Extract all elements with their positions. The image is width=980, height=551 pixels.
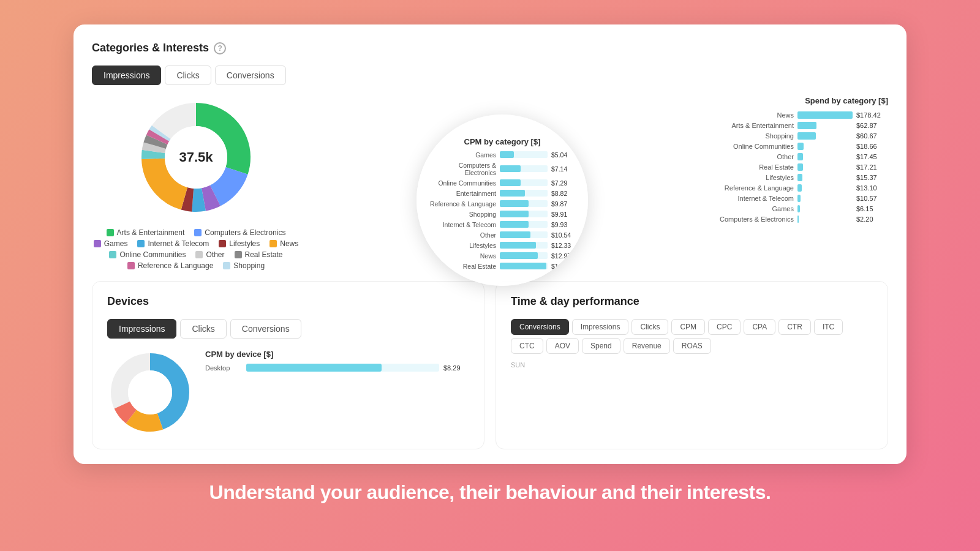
time-tab-ctc[interactable]: CTC <box>511 338 543 354</box>
mag-label-other: Other <box>429 231 496 239</box>
mag-label-reference: Reference & Language <box>429 200 496 208</box>
time-tab-revenue[interactable]: Revenue <box>624 338 670 354</box>
time-tab-group: Conversions Impressions Clicks CPM CPC C… <box>511 319 873 354</box>
legend-label-news: News <box>280 239 298 248</box>
time-tab-cpa[interactable]: CPA <box>744 319 775 335</box>
spend-row-online: Online Communities $18.66 <box>717 143 888 150</box>
devices-tab-group: Impressions Clicks Conversions <box>107 319 469 339</box>
spend-label-shopping: Shopping <box>717 132 794 140</box>
spend-value-arts: $62.87 <box>856 122 888 129</box>
mag-row-reference: Reference & Language $9.87 <box>429 200 576 208</box>
mag-value-online: $7.29 <box>551 179 576 187</box>
time-tab-conversions[interactable]: Conversions <box>511 319 569 335</box>
mag-row-shopping: Shopping $9.91 <box>429 211 576 218</box>
legend-label-arts: Arts & Entertainment <box>117 228 185 237</box>
mag-label-games: Games <box>429 151 496 159</box>
spend-label-other: Other <box>717 153 794 160</box>
help-icon[interactable]: ? <box>214 42 226 54</box>
mag-label-shopping: Shopping <box>429 211 496 218</box>
time-tab-roas[interactable]: ROAS <box>673 338 711 354</box>
legend-item-arts: Arts & Entertainment <box>107 228 185 237</box>
legend-item-realestate: Real Estate <box>235 250 283 259</box>
bottom-row: Devices Impressions Clicks Conversions <box>92 281 888 449</box>
spend-row-reference: Reference & Language $13.10 <box>717 184 888 192</box>
tab-clicks[interactable]: Clicks <box>165 66 211 85</box>
mag-label-computers: Computers & Electronics <box>429 162 496 176</box>
legend-label-internet: Internet & Telecom <box>148 239 209 248</box>
spend-value-reference: $13.10 <box>856 184 888 192</box>
legend-label-computers: Computers & Electronics <box>205 228 285 237</box>
device-cpm-title: CPM by device [$] <box>205 350 469 359</box>
mag-row-online: Online Communities $7.29 <box>429 179 576 187</box>
tab-impressions[interactable]: Impressions <box>92 66 161 85</box>
spend-row-arts: Arts & Entertainment $62.87 <box>717 122 888 129</box>
spend-label-games: Games <box>717 205 794 212</box>
spend-value-computers: $2.20 <box>856 216 888 223</box>
magnifier-rows: Games $5.04 Computers & Electronics $7.1… <box>429 151 576 270</box>
mag-row-lifestyles: Lifestyles $12.33 <box>429 242 576 249</box>
time-tab-aov[interactable]: AOV <box>546 338 579 354</box>
legend-label-lifestyles: Lifestyles <box>229 239 260 248</box>
time-tab-itc[interactable]: ITC <box>814 319 843 335</box>
dev-label-desktop: Desktop <box>205 364 242 372</box>
time-tab-ctr[interactable]: CTR <box>778 319 811 335</box>
time-tab-clicks[interactable]: Clicks <box>631 319 668 335</box>
time-tab-spend[interactable]: Spend <box>582 338 620 354</box>
devices-panel: Devices Impressions Clicks Conversions <box>92 281 484 449</box>
legend-label-shopping: Shopping <box>233 261 265 270</box>
mag-value-entertainment: $8.82 <box>551 190 576 197</box>
spend-row-lifestyles: Lifestyles $15.37 <box>717 174 888 181</box>
legend-label-online: Online Communities <box>119 250 186 259</box>
spend-value-shopping: $60.67 <box>856 132 888 140</box>
mag-label-news: News <box>429 252 496 260</box>
time-title: Time & day performance <box>511 295 873 308</box>
spend-title: Spend by category [$] <box>717 96 888 105</box>
legend-item-other: Other <box>195 250 224 259</box>
spend-label-lifestyles: Lifestyles <box>717 174 794 181</box>
time-tab-cpm[interactable]: CPM <box>671 319 705 335</box>
time-tab-cpc[interactable]: CPC <box>708 319 741 335</box>
time-panel: Time & day performance Conversions Impre… <box>496 281 888 449</box>
svg-point-17 <box>128 370 172 414</box>
mag-value-realestate: $16.04 <box>551 263 576 270</box>
categories-title: Categories & Interests ? <box>92 42 888 54</box>
mag-label-entertainment: Entertainment <box>429 190 496 197</box>
devices-tab-clicks[interactable]: Clicks <box>180 319 226 339</box>
categories-section: Categories & Interests ? Impressions Cli… <box>92 42 888 270</box>
mag-row-other: Other $10.54 <box>429 231 576 239</box>
mag-row-entertainment: Entertainment $8.82 <box>429 190 576 197</box>
devices-tab-impressions[interactable]: Impressions <box>107 319 176 339</box>
legend-item-lifestyles: Lifestyles <box>219 239 260 248</box>
mag-row-realestate: Real Estate $16.04 <box>429 263 576 270</box>
mag-label-lifestyles: Lifestyles <box>429 242 496 249</box>
spend-label-online: Online Communities <box>717 143 794 150</box>
legend-item-reference: Reference & Language <box>127 261 213 270</box>
legend-item-shopping: Shopping <box>223 261 265 270</box>
device-rows: Desktop $8.29 <box>205 364 469 372</box>
mag-value-games: $5.04 <box>551 151 576 159</box>
spend-row-news: News $178.42 <box>717 111 888 119</box>
spend-value-other: $17.45 <box>856 153 888 160</box>
legend-item-news: News <box>270 239 298 248</box>
spend-label-internet: Internet & Telecom <box>717 195 794 202</box>
mag-label-internet: Internet & Telecom <box>429 221 496 228</box>
tab-conversions[interactable]: Conversions <box>215 66 286 85</box>
time-tab-impressions[interactable]: Impressions <box>572 319 629 335</box>
device-row-desktop: Desktop $8.29 <box>205 364 469 372</box>
spend-row-computers: Computers & Electronics $2.20 <box>717 216 888 223</box>
mag-label-online: Online Communities <box>429 179 496 187</box>
legend-item-online: Online Communities <box>109 250 186 259</box>
devices-tab-conversions[interactable]: Conversions <box>230 319 301 339</box>
mag-row-computers: Computers & Electronics $7.14 <box>429 162 576 176</box>
magnifier-overlay: CPM by category [$] Games $5.04 Computer… <box>417 114 588 286</box>
spend-area: Spend by category [$] News $178.42 Arts … <box>704 96 888 223</box>
spend-label-arts: Arts & Entertainment <box>717 122 794 129</box>
device-cpm-area: CPM by device [$] Desktop $8.29 <box>205 350 469 372</box>
spend-value-lifestyles: $15.37 <box>856 174 888 181</box>
spend-row-internet: Internet & Telecom $10.57 <box>717 195 888 202</box>
spend-row-shopping: Shopping $60.67 <box>717 132 888 140</box>
devices-title-text: Devices <box>107 295 149 308</box>
dev-value-desktop: $8.29 <box>443 364 469 372</box>
mag-value-other: $10.54 <box>551 231 576 239</box>
donut-area: 37.5k Arts & Entertainment Computers & E… <box>92 96 300 270</box>
